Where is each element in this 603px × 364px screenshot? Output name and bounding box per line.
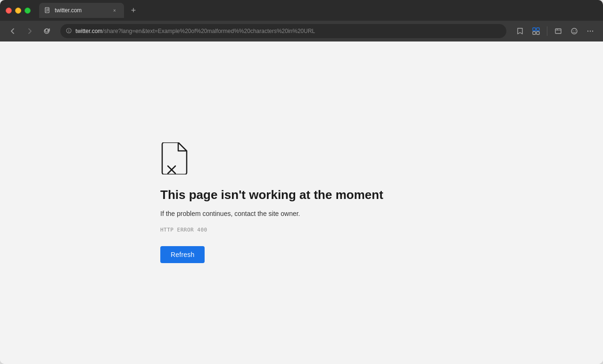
error-container: This page isn't working at the moment If… xyxy=(160,142,383,263)
tab-title-label: twitter.com xyxy=(55,7,107,14)
title-bar: twitter.com × + xyxy=(0,0,603,21)
more-options-button[interactable] xyxy=(583,24,597,38)
svg-point-18 xyxy=(590,31,591,32)
error-heading: This page isn't working at the moment xyxy=(160,188,383,202)
nav-actions xyxy=(513,24,597,38)
bookmark-button[interactable] xyxy=(513,24,527,38)
reload-button[interactable] xyxy=(40,24,54,38)
svg-point-14 xyxy=(571,28,577,34)
svg-rect-9 xyxy=(533,32,536,34)
page-content: This page isn't working at the moment If… xyxy=(0,41,603,364)
traffic-lights xyxy=(6,8,31,14)
url-path: /share?lang=en&text=Example%20of%20malfo… xyxy=(102,28,315,34)
url-domain: twitter.com xyxy=(75,28,102,34)
svg-point-17 xyxy=(587,31,588,32)
tab-close-button[interactable]: × xyxy=(111,7,118,14)
tab-favicon-icon xyxy=(45,7,51,14)
tab-bar: twitter.com × + xyxy=(39,3,597,18)
back-button[interactable] xyxy=(6,24,20,38)
svg-point-15 xyxy=(573,30,574,31)
browser-window: twitter.com × + xyxy=(0,0,603,364)
close-window-button[interactable] xyxy=(6,8,12,14)
url-bar[interactable]: twitter.com/share?lang=en&text=Example%2… xyxy=(60,24,506,38)
forward-button[interactable] xyxy=(23,24,37,38)
svg-point-6 xyxy=(68,29,69,30)
refresh-button[interactable]: Refresh xyxy=(160,246,205,263)
extensions-button[interactable] xyxy=(529,24,543,38)
svg-rect-7 xyxy=(533,28,536,31)
browser-tab[interactable]: twitter.com × xyxy=(39,3,124,18)
svg-point-16 xyxy=(575,30,576,31)
svg-rect-11 xyxy=(555,29,561,33)
svg-rect-10 xyxy=(537,32,539,34)
svg-point-19 xyxy=(592,31,593,32)
error-icon xyxy=(160,142,189,176)
fullscreen-window-button[interactable] xyxy=(25,8,31,14)
error-subtext: If the problem continues, contact the si… xyxy=(160,210,300,217)
minimize-window-button[interactable] xyxy=(15,8,21,14)
url-info-icon xyxy=(66,28,72,34)
new-tab-button[interactable]: + xyxy=(127,4,140,17)
svg-rect-8 xyxy=(537,28,539,31)
url-text: twitter.com/share?lang=en&text=Example%2… xyxy=(75,28,501,34)
nav-bar: twitter.com/share?lang=en&text=Example%2… xyxy=(0,21,603,41)
error-code: HTTP ERROR 400 xyxy=(160,227,207,233)
nav-divider xyxy=(547,26,547,36)
emoji-button[interactable] xyxy=(567,24,581,38)
shield-icon-button[interactable] xyxy=(551,24,565,38)
